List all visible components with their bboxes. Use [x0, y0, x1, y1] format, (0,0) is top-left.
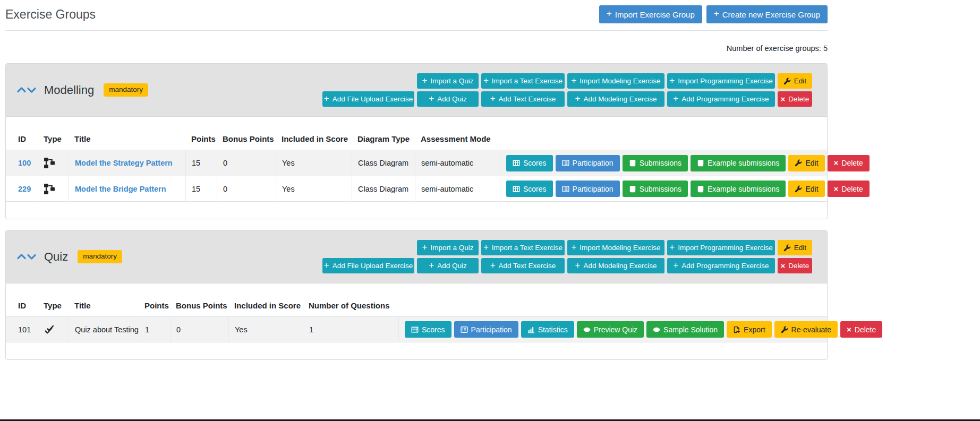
column-header-points: Points: [185, 134, 217, 143]
table-icon: [411, 326, 419, 333]
exercise-id: 101: [12, 317, 38, 342]
import-programming-exercise-button[interactable]: +Import Programming Exercise: [667, 73, 775, 89]
sample-solution-button[interactable]: Sample Solution: [646, 321, 724, 338]
import-quiz-button[interactable]: +Import a Quiz: [417, 240, 479, 255]
add-text-exercise-button[interactable]: +Add Text Exercise: [481, 258, 565, 273]
column-header-title: Title: [69, 301, 139, 310]
participation-button[interactable]: Participation: [556, 155, 620, 171]
chevron-down-icon: [27, 85, 37, 95]
chevron-up-icon: [16, 252, 27, 262]
add-programming-exercise-button[interactable]: +Add Programming Exercise: [667, 91, 775, 107]
column-header-title: Title: [69, 134, 185, 143]
import-modeling-exercise-button[interactable]: +Import Modeling Exercise: [567, 73, 664, 89]
edit-exercise-button[interactable]: Edit: [788, 155, 824, 171]
create-exercise-group-button[interactable]: + Create new Exercise Group: [706, 5, 828, 23]
included-in-score-value: Yes: [228, 317, 303, 342]
wrench-icon: [795, 159, 802, 167]
preview-quiz-button[interactable]: Preview Quiz: [577, 321, 644, 338]
add-modeling-exercise-button[interactable]: +Add Modeling Exercise: [567, 258, 664, 273]
diagram-type-value: Class Diagram: [352, 176, 415, 201]
delete-group-button[interactable]: ×Delete: [778, 91, 812, 107]
wrench-icon: [781, 326, 788, 333]
group-header-modelling: Modelling mandatory +Import a Quiz +Impo…: [6, 64, 827, 117]
scores-button[interactable]: Scores: [405, 321, 451, 338]
wrench-icon: [783, 78, 791, 85]
column-header-assessment-mode: Assessment Mode: [415, 134, 500, 143]
example-submissions-button[interactable]: Example submissions: [691, 181, 786, 197]
re-evaluate-button[interactable]: Re-evaluate: [774, 321, 838, 338]
assessment-mode-value: semi-automatic: [415, 176, 500, 201]
project-diagram-icon: [44, 158, 55, 168]
move-group-up-button[interactable]: [16, 85, 27, 95]
book-icon: [697, 159, 704, 167]
bar-chart-icon: [527, 326, 535, 333]
exercise-id-link[interactable]: 229: [18, 185, 31, 193]
delete-exercise-button[interactable]: ×Delete: [840, 321, 882, 338]
import-text-exercise-button[interactable]: +Import a Text Exercise: [481, 73, 565, 89]
table-row: 101 Quiz about Testing 1 0 Yes 1 Scores …: [6, 316, 827, 342]
book-icon: [697, 185, 704, 193]
scores-button[interactable]: Scores: [506, 181, 553, 197]
participation-button[interactable]: Participation: [556, 181, 620, 197]
column-header-diagram-type: Diagram Type: [352, 134, 415, 143]
submissions-button[interactable]: Submissions: [623, 181, 688, 197]
move-group-down-button[interactable]: [27, 252, 37, 262]
exercise-group-card-quiz: Quiz mandatory +Import a Quiz +Import a …: [5, 230, 828, 360]
edit-group-button[interactable]: Edit: [778, 240, 812, 255]
add-quiz-button[interactable]: +Add Quiz: [417, 91, 479, 107]
import-quiz-button[interactable]: +Import a Quiz: [417, 73, 479, 89]
column-header-included-in-score: Included in Score: [276, 134, 352, 143]
exercise-groups-page: Exercise Groups + Import Exercise Group …: [5, 0, 828, 360]
import-modeling-exercise-button[interactable]: +Import Modeling Exercise: [567, 240, 664, 255]
edit-group-button[interactable]: Edit: [778, 73, 812, 89]
table-icon: [513, 185, 520, 193]
delete-exercise-button[interactable]: ×Delete: [828, 181, 870, 197]
page-title: Exercise Groups: [5, 7, 96, 22]
exercise-title-link[interactable]: Model the Bridge Pattern: [75, 185, 166, 193]
edit-exercise-button[interactable]: Edit: [788, 181, 824, 197]
import-text-exercise-button[interactable]: +Import a Text Exercise: [481, 240, 565, 255]
book-icon: [629, 185, 636, 193]
group-header-quiz: Quiz mandatory +Import a Quiz +Import a …: [6, 230, 827, 283]
add-file-upload-exercise-button[interactable]: +Add File Upload Exercise: [322, 91, 414, 107]
column-header-number-of-questions: Number of Questions: [303, 301, 398, 310]
add-programming-exercise-button[interactable]: +Add Programming Exercise: [667, 258, 775, 273]
import-exercise-group-button[interactable]: + Import Exercise Group: [599, 5, 702, 23]
table-header-row: ID Type Title Points Bonus Points Includ…: [6, 294, 827, 316]
list-icon: [562, 185, 569, 193]
list-icon: [562, 159, 569, 167]
import-programming-exercise-button[interactable]: +Import Programming Exercise: [667, 240, 775, 255]
exercise-title: Quiz about Testing: [69, 317, 139, 342]
export-button[interactable]: Export: [727, 321, 771, 338]
exercise-title-link[interactable]: Model the Strategy Pattern: [75, 159, 173, 167]
diagram-type-value: Class Diagram: [352, 150, 415, 176]
move-group-down-button[interactable]: [27, 85, 37, 95]
submissions-button[interactable]: Submissions: [623, 155, 688, 171]
scores-button[interactable]: Scores: [506, 155, 553, 171]
participation-button[interactable]: Participation: [454, 321, 518, 338]
statistics-button[interactable]: Statistics: [521, 321, 574, 338]
wrench-icon: [783, 244, 791, 252]
exercise-id-link[interactable]: 100: [18, 159, 31, 167]
add-file-upload-exercise-button[interactable]: +Add File Upload Exercise: [322, 258, 414, 273]
delete-exercise-button[interactable]: ×Delete: [828, 155, 870, 171]
column-header-bonus-points: Bonus Points: [170, 301, 228, 310]
file-export-icon: [733, 326, 740, 333]
add-quiz-button[interactable]: +Add Quiz: [417, 258, 479, 273]
delete-group-button[interactable]: ×Delete: [778, 258, 812, 273]
add-modeling-exercise-button[interactable]: +Add Modeling Exercise: [567, 91, 664, 107]
move-group-up-button[interactable]: [16, 252, 27, 262]
exercise-group-count: Number of exercise groups: 5: [5, 44, 828, 53]
table-icon: [513, 159, 520, 167]
mandatory-badge: mandatory: [104, 83, 148, 97]
column-header-type: Type: [38, 134, 69, 143]
column-header-points: Points: [139, 301, 170, 310]
included-in-score-value: Yes: [276, 176, 352, 201]
add-text-exercise-button[interactable]: +Add Text Exercise: [481, 91, 565, 107]
exercise-table-quiz: ID Type Title Points Bonus Points Includ…: [6, 294, 827, 359]
mandatory-badge: mandatory: [78, 250, 122, 263]
bonus-points-value: 0: [217, 176, 276, 201]
column-header-type: Type: [38, 301, 69, 310]
example-submissions-button[interactable]: Example submissions: [691, 155, 786, 171]
header-actions: + Import Exercise Group + Create new Exe…: [599, 5, 828, 23]
